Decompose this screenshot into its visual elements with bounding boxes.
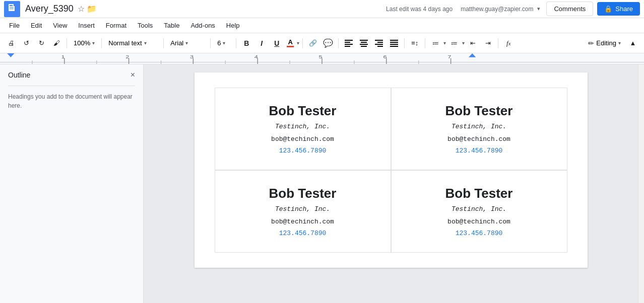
undo-button[interactable]: ↺ xyxy=(19,36,33,50)
vertical-scrollbar[interactable] xyxy=(638,64,644,303)
card-1-company: Testinch, Inc. xyxy=(275,123,330,130)
user-email-chevron[interactable]: ▾ xyxy=(537,6,540,12)
line-spacing-button[interactable]: ≡↕ xyxy=(408,36,422,50)
pencil-icon: ✏ xyxy=(588,39,594,47)
bullet-list-button[interactable]: ≔ xyxy=(447,36,461,50)
separator-6 xyxy=(302,38,303,48)
svg-rect-2 xyxy=(13,4,14,6)
svg-rect-23 xyxy=(390,44,398,45)
formula-button[interactable]: fx xyxy=(501,36,516,50)
card-1-phone: 123.456.7890 xyxy=(279,147,327,155)
star-icon[interactable]: ☆ xyxy=(78,4,85,14)
font-dropdown[interactable]: Arial ▾ xyxy=(167,36,207,50)
size-dropdown[interactable]: 6 ▾ xyxy=(214,36,233,50)
svg-text:2: 2 xyxy=(125,54,129,59)
svg-text:6: 6 xyxy=(383,54,387,59)
editing-mode-chevron: ▾ xyxy=(618,40,621,46)
separator-5 xyxy=(236,38,236,48)
menu-help[interactable]: Help xyxy=(221,20,245,31)
card-3-company: Testinch, Inc. xyxy=(275,205,330,213)
align-right-button[interactable] xyxy=(372,36,386,50)
redo-button[interactable]: ↻ xyxy=(34,36,48,50)
font-color-letter: A xyxy=(288,39,293,45)
svg-rect-20 xyxy=(377,46,383,47)
separator-8 xyxy=(404,38,405,48)
align-center-button[interactable] xyxy=(357,36,371,50)
folder-icon[interactable]: 📁 xyxy=(87,4,97,14)
indent-more-button[interactable]: ⇥ xyxy=(481,36,495,50)
svg-rect-21 xyxy=(390,40,398,41)
card-2-name: Bob Tester xyxy=(445,103,513,119)
font-chevron: ▾ xyxy=(185,40,188,46)
ruler: 1 2 3 4 5 6 7 xyxy=(0,53,644,64)
card-cell-3: Bob Tester Testinch, Inc. bob@techinch.c… xyxy=(215,170,391,253)
align-left-button[interactable] xyxy=(342,36,356,50)
style-chevron: ▾ xyxy=(144,40,147,46)
numbered-list-button[interactable]: ≔ xyxy=(428,36,442,50)
sidebar-close-button[interactable]: × xyxy=(131,70,135,80)
svg-rect-13 xyxy=(360,40,368,41)
share-button[interactable]: 🔒 Share xyxy=(597,2,640,16)
italic-button[interactable]: I xyxy=(254,36,269,50)
svg-rect-12 xyxy=(345,46,350,47)
bullet-list-chevron[interactable]: ▾ xyxy=(462,40,465,46)
svg-marker-48 xyxy=(469,53,476,57)
card-3-email: bob@techinch.com xyxy=(271,218,334,225)
numbered-list-chevron[interactable]: ▾ xyxy=(443,40,446,46)
menu-addons[interactable]: Add-ons xyxy=(185,20,220,31)
svg-marker-47 xyxy=(7,53,14,57)
sidebar-divider xyxy=(8,86,135,86)
size-value: 6 xyxy=(217,39,221,47)
font-color-chevron[interactable]: ▾ xyxy=(297,40,299,46)
doc-title[interactable]: Avery_5390 xyxy=(25,4,74,14)
indent-less-button[interactable]: ⇤ xyxy=(466,36,480,50)
separator-10 xyxy=(498,38,498,48)
svg-rect-9 xyxy=(345,40,353,41)
svg-rect-22 xyxy=(390,42,398,43)
menu-edit[interactable]: Edit xyxy=(26,20,47,31)
card-3-name: Bob Tester xyxy=(269,186,337,201)
zoom-value: 100% xyxy=(74,39,90,47)
editing-mode-dropdown[interactable]: ✏ Editing ▾ xyxy=(584,37,625,49)
menu-view[interactable]: View xyxy=(48,20,72,31)
svg-rect-17 xyxy=(375,40,383,41)
link-button[interactable]: 🔗 xyxy=(306,36,320,50)
top-bar: Avery_5390 ☆ 📁 Last edit was 4 days ago … xyxy=(0,0,644,18)
outline-sidebar: Outline × Headings you add to the docume… xyxy=(0,64,144,303)
document-area[interactable]: Bob Tester Testinch, Inc. bob@techinch.c… xyxy=(144,64,638,303)
svg-text:7: 7 xyxy=(447,54,451,59)
sidebar-title: Outline xyxy=(8,71,30,79)
card-1-name: Bob Tester xyxy=(269,103,337,119)
card-4-phone: 123.456.7890 xyxy=(456,230,503,237)
print-button[interactable]: 🖨 xyxy=(4,36,18,50)
svg-text:3: 3 xyxy=(190,54,194,59)
app-icon xyxy=(4,1,20,17)
menu-tools[interactable]: Tools xyxy=(133,20,158,31)
menu-table[interactable]: Table xyxy=(159,20,184,31)
collapse-toolbar-button[interactable]: ▲ xyxy=(626,36,640,50)
align-justify-button[interactable] xyxy=(387,36,401,50)
comment-button[interactable]: 💬 xyxy=(321,36,335,50)
font-color-button[interactable]: A xyxy=(285,38,296,48)
card-4-company: Testinch, Inc. xyxy=(452,205,506,213)
svg-rect-18 xyxy=(377,42,383,43)
underline-button[interactable]: U xyxy=(270,36,284,50)
sidebar-header: Outline × xyxy=(8,70,135,80)
svg-rect-1 xyxy=(9,4,10,11)
last-edit-text: Last edit was 4 days ago xyxy=(386,6,453,13)
zoom-dropdown[interactable]: 100% ▾ xyxy=(70,36,98,50)
separator-3 xyxy=(163,38,164,48)
style-dropdown[interactable]: Normal text ▾ xyxy=(105,36,160,50)
menu-insert[interactable]: Insert xyxy=(73,20,100,31)
menu-format[interactable]: Format xyxy=(101,20,132,31)
size-chevron: ▾ xyxy=(223,40,225,46)
svg-rect-24 xyxy=(390,46,398,47)
main-layout: Outline × Headings you add to the docume… xyxy=(0,64,644,303)
menu-file[interactable]: File xyxy=(4,20,25,31)
menu-bar: File Edit View Insert Format Tools Table… xyxy=(0,18,644,33)
svg-rect-6 xyxy=(10,6,13,7)
paint-format-button[interactable]: 🖌 xyxy=(49,36,63,50)
separator-4 xyxy=(210,38,211,48)
bold-button[interactable]: B xyxy=(239,36,253,50)
comments-button[interactable]: Comments xyxy=(546,2,593,16)
